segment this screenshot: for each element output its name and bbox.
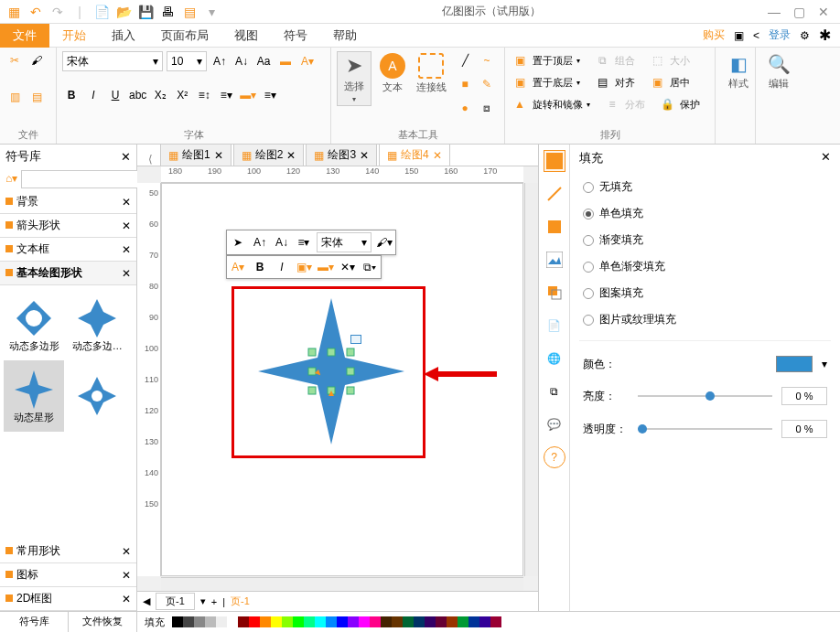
status-symlib[interactable]: 符号库 <box>0 612 69 632</box>
strike-button[interactable]: abc <box>128 86 147 104</box>
tab-symbol[interactable]: 符号 <box>271 24 320 48</box>
line-tool-icon[interactable]: ╱ <box>456 51 474 70</box>
tab-help[interactable]: 帮助 <box>320 24 370 48</box>
buy-link[interactable]: 购买 <box>703 27 725 43</box>
align-icon[interactable]: ▤ <box>593 73 611 91</box>
ellipse-tool-icon[interactable]: ● <box>456 99 474 117</box>
maximize-icon[interactable]: ▢ <box>793 5 805 19</box>
new-icon[interactable]: 📄 <box>93 4 110 20</box>
shrink-font-icon[interactable]: A↓ <box>232 52 251 70</box>
cat-icon[interactable]: 图标✕ <box>0 563 136 587</box>
cat-bg[interactable]: 背景✕ <box>0 190 136 214</box>
share2-icon[interactable]: < <box>753 29 759 42</box>
copy-icon[interactable]: ▤ <box>27 88 46 106</box>
italic-button[interactable]: I <box>84 86 102 104</box>
lock-icon[interactable]: 🔒 <box>658 95 676 113</box>
align-text-icon[interactable]: ≡▾ <box>261 86 279 104</box>
paste-icon[interactable]: ▥ <box>5 88 24 106</box>
align-btn[interactable]: 对齐 <box>615 76 635 90</box>
rp-link-icon[interactable]: 🌐 <box>544 348 565 370</box>
fill-pattern[interactable]: 图案填充 <box>579 280 831 306</box>
fill-texture[interactable]: 图片或纹理填充 <box>579 306 831 333</box>
edit-button[interactable]: 🔍编辑 <box>761 51 796 92</box>
page-menu-icon[interactable]: ▾ <box>200 595 206 607</box>
size-icon[interactable]: ⬚ <box>648 51 666 70</box>
close-icon[interactable]: ✕ <box>818 5 829 19</box>
page-tab[interactable]: 页-1 <box>156 593 195 610</box>
trans-value[interactable]: 0 % <box>781 420 827 438</box>
dist-btn[interactable]: 分布 <box>625 98 645 112</box>
doc-tab-4[interactable]: ▦绘图4✕ <box>379 144 450 166</box>
doc-tab-2[interactable]: ▦绘图2✕ <box>233 144 305 166</box>
bright-slider[interactable] <box>638 395 772 397</box>
sup-button[interactable]: X² <box>173 86 191 104</box>
fill-close-icon[interactable]: ✕ <box>821 150 831 166</box>
rect-tool-icon[interactable]: ■ <box>456 75 474 93</box>
rp-page-icon[interactable]: 📄 <box>544 315 565 337</box>
rp-line-icon[interactable] <box>544 183 565 205</box>
sidebar-close-icon[interactable]: ✕ <box>121 150 131 164</box>
brush-icon[interactable]: 🖌 <box>27 51 46 70</box>
crop-tool-icon[interactable]: ⧈ <box>478 99 496 117</box>
protect-btn[interactable]: 保护 <box>680 98 700 112</box>
rp-layer-icon[interactable] <box>544 282 565 304</box>
fill-solid[interactable]: 单色填充 <box>579 200 831 227</box>
bright-value[interactable]: 0 % <box>781 387 827 405</box>
rotate-icon[interactable]: ▲ <box>511 95 529 113</box>
format-painter-icon[interactable]: ✂ <box>5 51 24 70</box>
color-picker[interactable] <box>776 356 813 372</box>
shape-star[interactable]: 动态星形 <box>4 360 64 432</box>
save-icon[interactable]: 💾 <box>137 4 154 20</box>
grow-font-icon[interactable]: A↑ <box>210 52 229 70</box>
print-icon[interactable]: 🖶 <box>159 4 176 20</box>
color-palette[interactable] <box>172 616 501 627</box>
cat-basic[interactable]: 基本绘图形状✕ <box>0 262 136 285</box>
fontsize-select[interactable]: 10▾ <box>167 51 207 71</box>
trans-slider[interactable] <box>638 428 772 430</box>
style-button[interactable]: ◧样式 <box>721 51 756 92</box>
linespace-icon[interactable]: ≡↕ <box>195 86 213 104</box>
scrollbar-v[interactable] <box>524 183 538 576</box>
export-icon[interactable]: ▤ <box>181 4 198 20</box>
connector-tool[interactable]: 连接线 <box>414 51 448 96</box>
canvas-page[interactable]: ➤A↑A↓≡▾ 宋体▾ 🖌▾ A▾BI ▣▾▬▾✕▾⧉▾ <box>161 183 523 576</box>
fill-gradient[interactable]: 渐变填充 <box>579 227 831 253</box>
group-icon[interactable]: ⧉ <box>593 51 611 70</box>
fontbg-icon[interactable]: ▬▾ <box>239 86 257 104</box>
edraw-icon[interactable]: ✱ <box>819 27 831 44</box>
dist-icon[interactable]: ≡ <box>603 95 621 113</box>
front-icon[interactable]: ▣ <box>511 51 529 70</box>
share1-icon[interactable]: ▣ <box>734 29 744 42</box>
bullets-icon[interactable]: ≡▾ <box>217 86 235 104</box>
shape-poly2[interactable]: 动态多边… <box>67 289 127 360</box>
rp-shadow-icon[interactable] <box>544 216 565 238</box>
cat-textbox[interactable]: 文本框✕ <box>0 238 136 262</box>
size-btn[interactable]: 大小 <box>670 54 690 68</box>
qat-more-icon[interactable]: ▾ <box>203 4 220 20</box>
group-btn[interactable]: 组合 <box>615 54 635 68</box>
gear-icon[interactable]: ⚙ <box>800 29 810 42</box>
bold-button[interactable]: B <box>62 86 81 104</box>
status-restore[interactable]: 文件恢复 <box>69 612 136 632</box>
rp-action-icon[interactable]: ⧉ <box>544 380 565 402</box>
font-select[interactable]: 宋体▾ <box>62 51 163 71</box>
case-icon[interactable]: Aa <box>254 52 273 70</box>
rp-fill-icon[interactable] <box>544 150 565 172</box>
shape-polygon[interactable]: 动态多边形 <box>4 289 64 360</box>
tab-nav-left-icon[interactable]: ⟨ <box>143 153 158 166</box>
page-add-icon[interactable]: + <box>211 596 217 607</box>
doc-tab-1[interactable]: ▦绘图1✕ <box>160 144 232 166</box>
rp-help-icon[interactable]: ? <box>544 446 565 468</box>
font-color-icon[interactable]: A▾ <box>298 52 317 70</box>
underline-button[interactable]: U <box>106 86 124 104</box>
login-link[interactable]: 登录 <box>769 27 791 43</box>
float-toolbar-2[interactable]: A▾BI ▣▾▬▾✕▾⧉▾ <box>226 255 382 279</box>
highlight-icon[interactable]: ▬ <box>276 52 295 70</box>
tab-insert[interactable]: 插入 <box>99 24 148 48</box>
sub-button[interactable]: X₂ <box>151 86 169 104</box>
rp-comment-icon[interactable]: 💬 <box>544 413 565 435</box>
redo-icon[interactable]: ↷ <box>49 4 66 20</box>
text-handle[interactable] <box>350 335 361 344</box>
tab-layout[interactable]: 页面布局 <box>148 24 221 48</box>
bring-front[interactable]: 置于顶层 <box>533 54 573 68</box>
